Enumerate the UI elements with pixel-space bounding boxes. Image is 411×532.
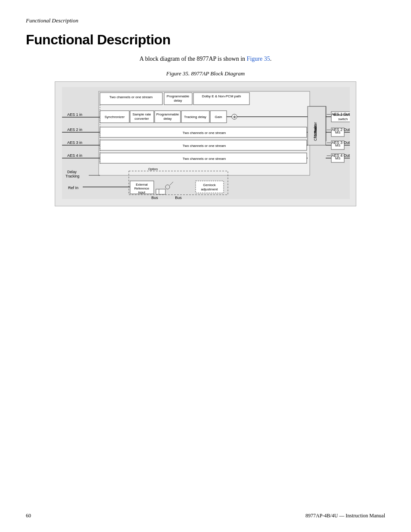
svg-text:Sample rate: Sample rate — [132, 112, 151, 116]
block-diagram-svg: Two channels or one stream Programmable … — [62, 87, 350, 199]
svg-text:Bus: Bus — [151, 196, 158, 199]
svg-text:AES 3 in: AES 3 in — [67, 140, 82, 145]
svg-rect-91 — [156, 189, 165, 194]
svg-text:input: input — [138, 190, 146, 194]
svg-text:External: External — [136, 183, 148, 187]
svg-text:— AES 2 Out: — AES 2 Out — [327, 128, 350, 132]
svg-text:Two channels or one stream: Two channels or one stream — [183, 144, 226, 148]
svg-text:Two channels or one stream: Two channels or one stream — [183, 131, 226, 135]
svg-text:Genlock: Genlock — [203, 183, 216, 187]
page-header: Functional Description — [26, 17, 385, 24]
svg-text:Tracking delay: Tracking delay — [184, 115, 206, 119]
svg-text:Tracking: Tracking — [65, 174, 80, 178]
svg-text:AES 2 in: AES 2 in — [67, 128, 82, 132]
svg-text:⊕: ⊕ — [233, 115, 236, 119]
svg-text:delay: delay — [174, 99, 182, 103]
svg-text:Programmable: Programmable — [167, 94, 190, 98]
svg-text:— AES 1 Out: — AES 1 Out — [327, 112, 350, 116]
svg-text:Programmable: Programmable — [156, 112, 179, 116]
svg-text:Router: Router — [313, 122, 318, 133]
page-footer: 60 8977AP-4B/4U — Instruction Manual — [26, 513, 385, 519]
svg-text:Gain: Gain — [215, 115, 222, 119]
svg-text:Dolby E & Non-PCM path: Dolby E & Non-PCM path — [202, 94, 241, 98]
svg-text:Synchronizer: Synchronizer — [105, 115, 125, 119]
intro-paragraph: A block diagram of the 8977AP is shown i… — [26, 56, 385, 62]
svg-text:Bus: Bus — [175, 196, 182, 199]
svg-text:adjustment: adjustment — [201, 187, 218, 191]
manual-title: 8977AP-4B/4U — Instruction Manual — [305, 513, 385, 519]
svg-text:Two channels or one stream: Two channels or one stream — [183, 157, 226, 161]
svg-text:delay: delay — [163, 117, 171, 121]
svg-text:Ref In: Ref In — [68, 186, 78, 190]
svg-text:AES 4 in: AES 4 in — [67, 153, 82, 158]
svg-text:Option: Option — [148, 167, 158, 171]
svg-text:switch: switch — [338, 117, 348, 121]
svg-text:Two channels or one stream: Two channels or one stream — [109, 95, 153, 99]
diagram-container: Two channels or one stream Programmable … — [55, 81, 356, 206]
svg-text:— AES 4 Out: — AES 4 Out — [327, 153, 350, 158]
svg-text:— AES 3 Out: — AES 3 Out — [327, 140, 350, 145]
page-number: 60 — [26, 513, 31, 519]
figure-caption: Figure 35. 8977AP Block Diagram — [26, 70, 385, 77]
svg-text:Reference: Reference — [134, 187, 149, 190]
section-title: Functional Description — [26, 32, 385, 48]
svg-text:converter: converter — [134, 117, 149, 121]
figure-link[interactable]: Figure 35 — [247, 56, 270, 62]
svg-text:AES 1 in: AES 1 in — [67, 112, 82, 117]
svg-text:Delay: Delay — [67, 170, 77, 174]
